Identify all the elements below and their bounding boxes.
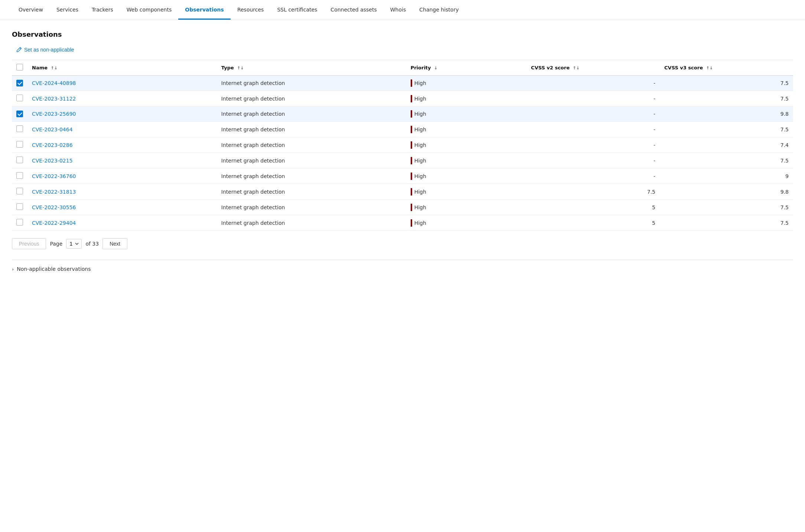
priority-label: High	[414, 158, 426, 164]
table-row[interactable]: CVE-2022-31813Internet graph detectionHi…	[12, 184, 793, 200]
table-row[interactable]: CVE-2023-0286Internet graph detectionHig…	[12, 137, 793, 153]
priority-bar	[411, 95, 412, 102]
type-cell: Internet graph detection	[217, 215, 406, 231]
nav-item-overview[interactable]: Overview	[12, 0, 50, 20]
priority-cell: High	[406, 122, 527, 137]
cvss3-cell: 7.5	[660, 91, 793, 106]
cve-link[interactable]: CVE-2022-36760	[32, 173, 76, 179]
table-row[interactable]: CVE-2023-0215Internet graph detectionHig…	[12, 153, 793, 168]
row-checkbox[interactable]	[16, 219, 23, 226]
next-button[interactable]: Next	[102, 238, 127, 249]
priority-cell: High	[406, 200, 527, 215]
table-row[interactable]: CVE-2022-30556Internet graph detectionHi…	[12, 200, 793, 215]
nav-item-resources[interactable]: Resources	[231, 0, 271, 20]
row-checkbox[interactable]	[16, 80, 23, 86]
priority-cell: High	[406, 215, 527, 231]
page-title: Observations	[12, 30, 793, 38]
cvss3-cell: 9.8	[660, 184, 793, 200]
cvss2-cell: -	[527, 106, 660, 122]
priority-cell: High	[406, 153, 527, 168]
type-cell: Internet graph detection	[217, 200, 406, 215]
page-select[interactable]: 1 2 3 4 5	[66, 239, 82, 249]
cvss2-cell: 7.5	[527, 184, 660, 200]
priority-label: High	[414, 80, 426, 86]
table-row[interactable]: CVE-2023-31122Internet graph detectionHi…	[12, 91, 793, 106]
previous-button[interactable]: Previous	[12, 238, 46, 249]
nav-item-services[interactable]: Services	[50, 0, 85, 20]
type-cell: Internet graph detection	[217, 106, 406, 122]
type-cell: Internet graph detection	[217, 153, 406, 168]
type-cell: Internet graph detection	[217, 91, 406, 106]
priority-cell: High	[406, 106, 527, 122]
cve-link[interactable]: CVE-2023-31122	[32, 96, 76, 102]
row-checkbox[interactable]	[16, 111, 23, 117]
nav-bar: OverviewServicesTrackersWeb componentsOb…	[0, 0, 805, 20]
nav-item-web-components[interactable]: Web components	[120, 0, 178, 20]
priority-bar	[411, 110, 412, 118]
priority-cell: High	[406, 91, 527, 106]
cvss3-cell: 9.8	[660, 106, 793, 122]
nav-item-change-history[interactable]: Change history	[413, 0, 465, 20]
cvss3-cell: 7.5	[660, 122, 793, 137]
cve-link[interactable]: CVE-2022-30556	[32, 204, 76, 210]
row-checkbox[interactable]	[16, 188, 23, 194]
table-row[interactable]: CVE-2023-0464Internet graph detectionHig…	[12, 122, 793, 137]
nav-item-ssl-certificates[interactable]: SSL certificates	[270, 0, 324, 20]
cvss3-cell: 7.4	[660, 137, 793, 153]
row-checkbox[interactable]	[16, 157, 23, 163]
cve-link[interactable]: CVE-2022-31813	[32, 189, 76, 195]
pagination: Previous Page 1 2 3 4 5 of 33 Next	[12, 231, 793, 260]
row-checkbox[interactable]	[16, 141, 23, 148]
priority-bar	[411, 79, 412, 87]
cvss3-cell: 7.5	[660, 153, 793, 168]
col-name[interactable]: Name ↑↓	[27, 60, 217, 76]
set-non-applicable-button[interactable]: Set as non-applicable	[12, 44, 78, 55]
non-applicable-label: Non-applicable observations	[17, 266, 91, 272]
page-content: Observations Set as non-applicable Name …	[0, 20, 805, 288]
nav-item-trackers[interactable]: Trackers	[85, 0, 120, 20]
table-row[interactable]: CVE-2024-40898Internet graph detectionHi…	[12, 76, 793, 91]
table-row[interactable]: CVE-2022-29404Internet graph detectionHi…	[12, 215, 793, 231]
type-cell: Internet graph detection	[217, 122, 406, 137]
row-checkbox[interactable]	[16, 125, 23, 132]
non-applicable-section[interactable]: › Non-applicable observations	[12, 260, 793, 278]
priority-label: High	[414, 220, 426, 226]
observations-table: Name ↑↓ Type ↑↓ Priority ↓ CVSS v2 score…	[12, 60, 793, 231]
priority-bar	[411, 173, 412, 180]
priority-cell: High	[406, 184, 527, 200]
table-row[interactable]: CVE-2023-25690Internet graph detectionHi…	[12, 106, 793, 122]
col-type[interactable]: Type ↑↓	[217, 60, 406, 76]
type-cell: Internet graph detection	[217, 76, 406, 91]
cvss2-cell: -	[527, 168, 660, 184]
cve-link[interactable]: CVE-2023-0464	[32, 127, 73, 132]
cve-link[interactable]: CVE-2023-0286	[32, 142, 73, 148]
priority-bar	[411, 126, 412, 133]
cve-link[interactable]: CVE-2023-0215	[32, 158, 73, 164]
nav-item-connected-assets[interactable]: Connected assets	[324, 0, 383, 20]
cve-link[interactable]: CVE-2023-25690	[32, 111, 76, 117]
table-row[interactable]: CVE-2022-36760Internet graph detectionHi…	[12, 168, 793, 184]
select-all-header[interactable]	[12, 60, 27, 76]
nav-item-observations[interactable]: Observations	[178, 0, 231, 20]
row-checkbox[interactable]	[16, 95, 23, 101]
priority-label: High	[414, 204, 426, 210]
col-cvss2[interactable]: CVSS v2 score ↑↓	[527, 60, 660, 76]
row-checkbox[interactable]	[16, 203, 23, 210]
cvss2-cell: 5	[527, 215, 660, 231]
cvss3-cell: 7.5	[660, 215, 793, 231]
cve-link[interactable]: CVE-2024-40898	[32, 80, 76, 86]
priority-bar	[411, 204, 412, 211]
priority-bar	[411, 157, 412, 164]
priority-label: High	[414, 173, 426, 179]
priority-cell: High	[406, 76, 527, 91]
priority-bar	[411, 141, 412, 149]
row-checkbox[interactable]	[16, 172, 23, 179]
edit-icon	[16, 47, 22, 53]
nav-item-whois[interactable]: Whois	[384, 0, 413, 20]
col-priority[interactable]: Priority ↓	[406, 60, 527, 76]
select-all-checkbox[interactable]	[16, 64, 23, 70]
table-header: Name ↑↓ Type ↑↓ Priority ↓ CVSS v2 score…	[12, 60, 793, 76]
cve-link[interactable]: CVE-2022-29404	[32, 220, 76, 226]
cvss3-cell: 9	[660, 168, 793, 184]
col-cvss3[interactable]: CVSS v3 score ↑↓	[660, 60, 793, 76]
